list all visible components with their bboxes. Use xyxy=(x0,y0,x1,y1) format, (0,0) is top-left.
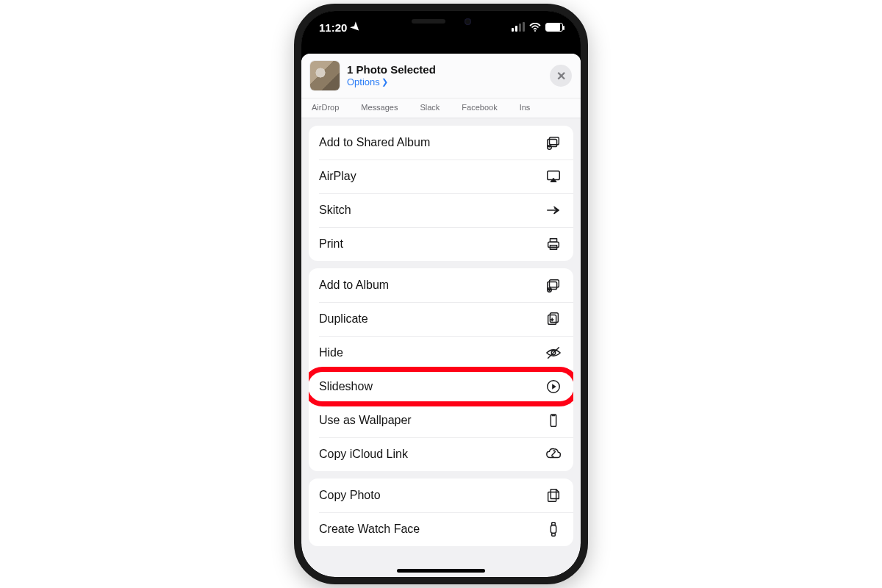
action-add-to-shared-album[interactable]: Add to Shared Album xyxy=(309,126,573,159)
action-airplay[interactable]: AirPlay xyxy=(309,159,573,193)
options-label: Options xyxy=(347,76,380,88)
action-copy-icloud-link[interactable]: Copy iCloud Link xyxy=(309,437,573,471)
cellular-signal-icon xyxy=(512,23,525,32)
hide-icon xyxy=(544,345,563,361)
action-duplicate[interactable]: Duplicate xyxy=(309,302,573,336)
action-slideshow[interactable]: Slideshow xyxy=(309,370,573,404)
action-create-watch-face[interactable]: Create Watch Face xyxy=(309,512,573,546)
action-hide[interactable]: Hide xyxy=(309,336,573,370)
home-indicator[interactable] xyxy=(397,569,485,573)
svg-point-3 xyxy=(548,146,552,150)
copy-photo-icon xyxy=(544,487,563,503)
share-target-row[interactable]: AirDrop Messages Slack Facebook Ins xyxy=(301,98,581,118)
print-icon xyxy=(544,236,563,252)
battery-icon xyxy=(545,23,563,32)
add-album-icon xyxy=(544,277,563,293)
chevron-right-icon: ❯ xyxy=(381,77,388,87)
share-sheet: 1 Photo Selected Options ❯ ✕ AirDrop Mes… xyxy=(301,54,581,577)
iphone-frame: 11:20 ➤ 1 Photo Selected Options ❯ xyxy=(294,4,588,584)
wifi-icon xyxy=(529,21,541,34)
svg-point-4 xyxy=(549,146,551,148)
close-icon: ✕ xyxy=(556,69,566,83)
icloud-link-icon xyxy=(544,446,563,462)
svg-line-16 xyxy=(548,348,559,359)
location-arrow-icon: ➤ xyxy=(348,19,365,35)
svg-rect-13 xyxy=(550,313,558,323)
share-target-airdrop[interactable]: AirDrop xyxy=(312,103,339,112)
action-use-as-wallpaper[interactable]: Use as Wallpaper xyxy=(309,404,573,437)
slideshow-icon xyxy=(544,379,563,395)
svg-rect-20 xyxy=(548,492,556,501)
share-target-instagram[interactable]: Ins xyxy=(520,103,531,112)
skitch-icon xyxy=(544,202,563,218)
action-add-to-album[interactable]: Add to Album xyxy=(309,268,573,302)
svg-rect-1 xyxy=(550,137,559,145)
action-group: Add to Album Duplicate Hide Slideshow xyxy=(309,268,573,471)
action-print[interactable]: Print xyxy=(309,227,573,261)
share-target-facebook[interactable]: Facebook xyxy=(462,103,497,112)
options-button[interactable]: Options ❯ xyxy=(347,76,542,88)
svg-rect-23 xyxy=(552,534,556,537)
share-target-messages[interactable]: Messages xyxy=(361,103,398,112)
shared-album-icon xyxy=(544,135,563,151)
selected-photo-thumbnail[interactable] xyxy=(310,61,340,90)
action-group: Copy Photo Create Watch Face xyxy=(309,478,573,546)
duplicate-icon xyxy=(544,311,563,327)
status-time: 11:20 xyxy=(319,21,347,34)
close-button[interactable]: ✕ xyxy=(550,65,572,87)
action-skitch[interactable]: Skitch xyxy=(309,193,573,227)
watch-face-icon xyxy=(544,521,563,537)
notch xyxy=(371,11,511,32)
airplay-icon xyxy=(544,168,563,184)
wallpaper-icon xyxy=(544,412,563,429)
svg-rect-22 xyxy=(552,523,556,526)
share-target-slack[interactable]: Slack xyxy=(420,103,440,112)
share-sheet-title: 1 Photo Selected xyxy=(347,63,542,76)
actions-list[interactable]: Add to Shared Album AirPlay Skitch Print xyxy=(301,118,581,577)
svg-rect-21 xyxy=(551,526,556,534)
screen: 11:20 ➤ 1 Photo Selected Options ❯ xyxy=(301,11,581,577)
action-copy-photo[interactable]: Copy Photo xyxy=(309,478,573,512)
svg-rect-10 xyxy=(550,280,559,287)
share-sheet-header: 1 Photo Selected Options ❯ ✕ xyxy=(301,54,581,98)
svg-point-0 xyxy=(534,30,536,32)
action-group: Add to Shared Album AirPlay Skitch Print xyxy=(309,126,573,261)
svg-rect-7 xyxy=(550,239,556,243)
